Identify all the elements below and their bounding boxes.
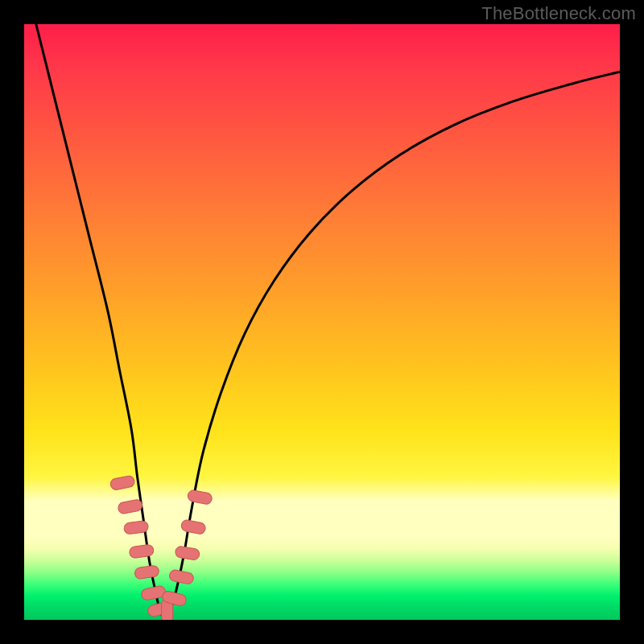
trough-marker: [118, 499, 143, 515]
trough-markers: [109, 475, 213, 620]
trough-marker: [129, 544, 155, 559]
watermark-text: TheBottleneck.com: [481, 3, 636, 24]
chart-frame: TheBottleneck.com: [0, 0, 644, 644]
trough-marker: [134, 565, 160, 580]
curve-layer: [24, 24, 620, 620]
trough-marker: [109, 475, 135, 491]
bottleneck-curve: [36, 24, 620, 617]
trough-marker: [168, 569, 194, 585]
trough-marker: [187, 489, 213, 506]
trough-marker: [180, 519, 206, 535]
trough-marker: [175, 546, 200, 561]
plot-area: [24, 24, 620, 620]
